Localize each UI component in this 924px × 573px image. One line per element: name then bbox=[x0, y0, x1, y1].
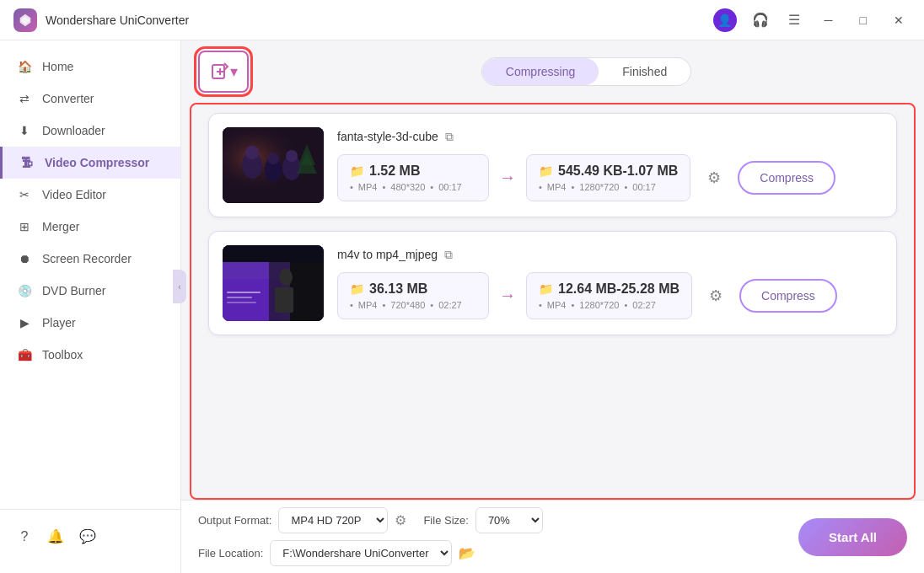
folder-icon: 📁 bbox=[539, 164, 553, 178]
output-format-label: Output Format: bbox=[198, 514, 271, 527]
sidebar-label-toolbox: Toolbox bbox=[42, 348, 83, 361]
settings-small-icon[interactable]: ⚙ bbox=[395, 512, 406, 528]
converter-icon: ⇄ bbox=[17, 91, 32, 106]
edit-name-icon-2[interactable]: ⧉ bbox=[444, 248, 453, 262]
file-card: fanta-style-3d-cube ⧉ 📁 1.52 MB • bbox=[208, 113, 897, 217]
file-name-row: fanta-style-3d-cube ⧉ bbox=[337, 130, 883, 144]
user-icon[interactable]: 👤 bbox=[713, 8, 737, 32]
sidebar-item-video-editor[interactable]: ✂ Video Editor bbox=[0, 179, 180, 211]
source-size: 📁 1.52 MB bbox=[350, 163, 476, 179]
svg-point-8 bbox=[286, 150, 298, 162]
file-location-select[interactable]: F:\Wondershare UniConverter bbox=[270, 540, 452, 566]
compress-button[interactable]: Compress bbox=[738, 161, 835, 195]
feedback-icon: 💬 bbox=[79, 528, 96, 544]
compress-icon: 🗜 bbox=[19, 155, 35, 170]
arrow-icon: → bbox=[499, 168, 516, 187]
target-meta-box-2: 📁 12.64 MB-25.28 MB • MP4 • 1280*720 • 0… bbox=[526, 272, 692, 319]
sidebar-item-player[interactable]: ▶ Player bbox=[0, 307, 180, 339]
target-dot2: • bbox=[571, 182, 574, 192]
target-dot3: • bbox=[624, 182, 627, 192]
output-format-select[interactable]: MP4 HD 720P bbox=[278, 507, 388, 533]
sidebar-item-screen-recorder[interactable]: ⏺ Screen Recorder bbox=[0, 243, 180, 275]
sidebar-label-screen-recorder: Screen Recorder bbox=[42, 252, 132, 265]
sidebar-label-video-compressor: Video Compressor bbox=[45, 156, 149, 169]
settings-icon[interactable]: ⚙ bbox=[707, 169, 721, 187]
target-size: 📁 545.49 KB-1.07 MB bbox=[539, 163, 678, 179]
headset-icon[interactable]: 🎧 bbox=[750, 10, 771, 30]
downloader-icon: ⬇ bbox=[17, 123, 32, 138]
folder-icon: 📁 bbox=[350, 164, 364, 178]
start-all-button[interactable]: Start All bbox=[798, 518, 907, 556]
sidebar-label-merger: Merger bbox=[42, 220, 79, 233]
svg-point-4 bbox=[245, 146, 259, 159]
close-button[interactable]: ✕ bbox=[887, 10, 911, 30]
file-name: fanta-style-3d-cube bbox=[337, 130, 438, 143]
sidebar-label-video-editor: Video Editor bbox=[42, 188, 106, 201]
toolbox-icon: 🧰 bbox=[17, 347, 32, 362]
home-icon: 🏠 bbox=[17, 59, 32, 74]
help-icon: ? bbox=[17, 529, 32, 544]
file-card: m4v to mp4_mjpeg ⧉ 📁 36.13 MB • bbox=[208, 231, 897, 335]
sidebar-item-toolbox[interactable]: 🧰 Toolbox bbox=[0, 339, 180, 371]
sidebar-bottom: ? 🔔 💬 bbox=[0, 509, 180, 563]
svg-point-6 bbox=[267, 153, 279, 164]
minimize-button[interactable]: ─ bbox=[818, 10, 840, 30]
target-meta-box: 📁 545.49 KB-1.07 MB • MP4 • 1280*720 • 0… bbox=[526, 154, 690, 201]
maximize-button[interactable]: □ bbox=[853, 10, 873, 30]
bell-icon: 🔔 bbox=[47, 528, 64, 544]
compression-row-2: 📁 36.13 MB • MP4 • 720*480 • 02:27 bbox=[337, 272, 883, 319]
settings-icon-2[interactable]: ⚙ bbox=[709, 286, 723, 305]
folder-icon-2: 📁 bbox=[350, 282, 364, 296]
folder-open-icon[interactable]: 📂 bbox=[459, 545, 475, 561]
tab-finished[interactable]: Finished bbox=[599, 58, 690, 85]
edit-icon: ✂ bbox=[17, 187, 32, 202]
sidebar-label-converter: Converter bbox=[42, 92, 94, 105]
play-icon: ▶ bbox=[17, 315, 32, 330]
compression-row: 📁 1.52 MB • MP4 • 480*320 • 00:17 bbox=[337, 154, 883, 201]
file-size-select[interactable]: 70% bbox=[475, 507, 543, 533]
record-icon: ⏺ bbox=[17, 251, 32, 266]
sidebar-item-home[interactable]: 🏠 Home bbox=[0, 51, 180, 83]
svg-rect-16 bbox=[275, 287, 293, 313]
sidebar-item-help[interactable]: ? 🔔 💬 bbox=[0, 520, 180, 553]
tab-group: Compressing Finished bbox=[481, 57, 691, 86]
folder-icon-target-2: 📁 bbox=[539, 282, 553, 296]
add-file-button[interactable]: ▾ bbox=[198, 51, 249, 93]
main-layout: 🏠 Home ⇄ Converter ⬇ Downloader 🗜 Video … bbox=[0, 40, 924, 573]
titlebar-controls: 👤 🎧 ☰ ─ □ ✕ bbox=[713, 8, 911, 32]
source-details-2: • MP4 • 720*480 • 02:27 bbox=[350, 300, 476, 310]
file-size-field: File Size: 70% bbox=[423, 507, 542, 533]
merge-icon: ⊞ bbox=[17, 219, 32, 234]
svg-rect-18 bbox=[227, 297, 252, 298]
sidebar-label-dvd-burner: DVD Burner bbox=[42, 284, 105, 297]
bottom-bar: Output Format: MP4 HD 720P ⚙ File Size: … bbox=[181, 500, 924, 573]
sidebar-item-dvd-burner[interactable]: 💿 DVD Burner bbox=[0, 275, 180, 307]
sidebar-item-video-compressor[interactable]: 🗜 Video Compressor bbox=[0, 147, 180, 179]
source-dot3: • bbox=[430, 182, 433, 192]
source-dot2: • bbox=[382, 182, 385, 192]
content-area: ▾ Compressing Finished bbox=[181, 40, 924, 573]
target-details-2: • MP4 • 1280*720 • 02:27 bbox=[539, 300, 680, 310]
source-meta-box-2: 📁 36.13 MB • MP4 • 720*480 • 02:27 bbox=[337, 272, 489, 319]
file-name-2: m4v to mp4_mjpeg bbox=[337, 248, 438, 261]
edit-name-icon[interactable]: ⧉ bbox=[445, 130, 454, 144]
source-size-2: 📁 36.13 MB bbox=[350, 281, 476, 297]
source-details: • MP4 • 480*320 • 00:17 bbox=[350, 182, 476, 192]
target-size-2: 📁 12.64 MB-25.28 MB bbox=[539, 281, 680, 297]
sidebar-item-converter[interactable]: ⇄ Converter bbox=[0, 83, 180, 115]
app-logo bbox=[13, 8, 37, 32]
tab-compressing[interactable]: Compressing bbox=[482, 58, 599, 85]
svg-point-15 bbox=[279, 269, 293, 286]
target-details: • MP4 • 1280*720 • 00:17 bbox=[539, 182, 678, 192]
sidebar-label-player: Player bbox=[42, 316, 76, 329]
sidebar-label-downloader: Downloader bbox=[42, 124, 105, 137]
sidebar: 🏠 Home ⇄ Converter ⬇ Downloader 🗜 Video … bbox=[0, 40, 181, 573]
sidebar-item-downloader[interactable]: ⬇ Downloader bbox=[0, 115, 180, 147]
sidebar-collapse-button[interactable]: ‹ bbox=[173, 270, 186, 303]
menu-icon[interactable]: ☰ bbox=[784, 10, 804, 30]
source-meta-box: 📁 1.52 MB • MP4 • 480*320 • 00:17 bbox=[337, 154, 489, 201]
sidebar-item-merger[interactable]: ⊞ Merger bbox=[0, 211, 180, 243]
svg-rect-17 bbox=[227, 292, 261, 293]
sidebar-label-home: Home bbox=[42, 60, 73, 73]
compress-button-2[interactable]: Compress bbox=[739, 279, 837, 313]
